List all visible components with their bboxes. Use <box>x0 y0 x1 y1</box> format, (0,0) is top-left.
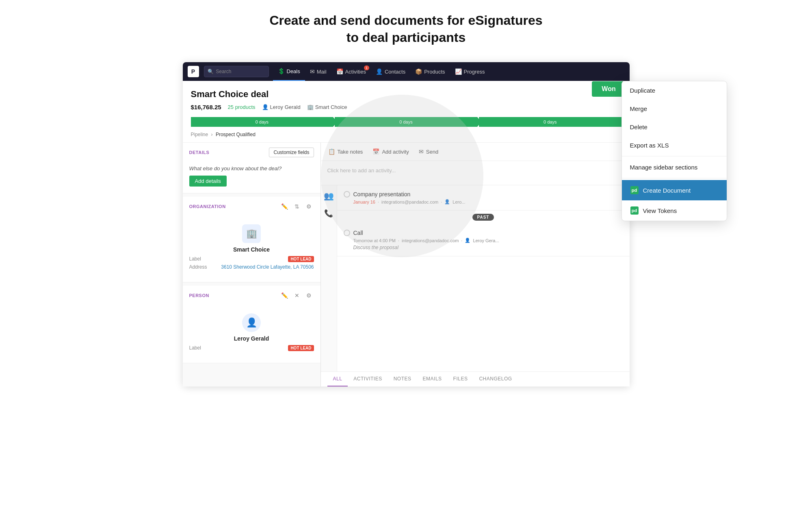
left-sidebar: DETAILS Customize fields What else do yo… <box>183 143 321 386</box>
dropdown-divider-2 <box>622 178 727 178</box>
dropdown-item-export[interactable]: Export as XLS <box>622 136 727 154</box>
settings-person-button[interactable]: ⚙ <box>304 291 314 300</box>
dropdown-item-merge[interactable]: Merge <box>622 100 727 118</box>
activities-area: 👥 📞 Company presentation January 16 · in… <box>321 185 630 371</box>
activity-title-1: Company presentation <box>353 191 411 198</box>
details-body: What else do you know about the deal? Ad… <box>183 162 320 193</box>
tab-notes[interactable]: NOTES <box>388 372 417 386</box>
org-name: Smart Choice <box>233 246 270 253</box>
search-icon: 🔍 <box>208 69 214 74</box>
organization-section-header: ORGANIZATION ✏️ ⇅ ⚙ <box>183 197 320 216</box>
person-icon-2: 👤 <box>465 238 470 243</box>
nav-item-mail[interactable]: ✉ Mail <box>305 62 331 81</box>
activity-meta-2: Tomorrow at 4:00 PM · integrations@panda… <box>353 238 623 243</box>
settings-org-button[interactable]: ⚙ <box>304 202 314 211</box>
add-details-button[interactable]: Add details <box>189 176 227 187</box>
nav-item-contacts[interactable]: 👤 Contacts <box>371 62 410 81</box>
deal-meta: $16,768.25 25 products 👤 Leroy Gerald 🏢 … <box>191 104 621 111</box>
person-card: 👤 Leroy Gerald Label HOT LEAD <box>189 308 314 356</box>
nav-item-progress[interactable]: 📈 Progress <box>450 62 490 81</box>
person-label-key: Label <box>189 345 218 351</box>
participants-button[interactable]: 👥 <box>320 189 337 202</box>
dropdown-item-view-tokens[interactable]: pd View Tokens <box>622 200 727 221</box>
org-label-value: HOT LEAD <box>218 256 314 262</box>
tab-files[interactable]: FILES <box>448 372 474 386</box>
search-bar[interactable]: 🔍 Search <box>204 66 269 77</box>
nav-label-progress: Progress <box>464 69 485 75</box>
activity-date-1: January 16 <box>353 200 375 204</box>
deal-person-name: Leroy Gerald <box>270 104 301 110</box>
nav-label-mail: Mail <box>317 69 327 75</box>
nav-item-activities[interactable]: 📅 Activities 1 <box>331 62 371 81</box>
dropdown-item-manage-sidebar[interactable]: Manage sidebar sections <box>622 158 727 176</box>
activity-checkbox-2[interactable] <box>344 230 350 236</box>
tab-emails[interactable]: EMAILS <box>417 372 448 386</box>
deal-org-name: Smart Choice <box>315 104 347 110</box>
merge-label: Merge <box>630 105 647 112</box>
details-section-header: DETAILS Customize fields <box>183 143 320 162</box>
nav-label-products: Products <box>424 69 445 75</box>
nav-logo: P <box>188 66 199 77</box>
reorder-org-button[interactable]: ⇅ <box>292 202 302 211</box>
activity-person-2: Leroy Gera... <box>473 238 499 243</box>
dropdown-item-duplicate[interactable]: Duplicate <box>622 81 727 100</box>
edit-person-button[interactable]: ✏️ <box>280 291 290 300</box>
activity-person-1: Lero... <box>453 200 465 204</box>
list-item: Company presentation January 16 · integr… <box>337 185 630 211</box>
send-button[interactable]: ✉ Send <box>418 147 439 156</box>
dropdown-item-delete[interactable]: Delete <box>622 118 727 136</box>
breadcrumb: Pipeline › Prospect Qualified <box>191 132 621 137</box>
details-field-prompt: What else do you know about the deal? <box>189 165 314 172</box>
person-avatar: 👤 <box>242 313 261 332</box>
person-icon: 👤 <box>262 104 269 110</box>
deal-person: 👤 Leroy Gerald <box>262 104 301 110</box>
activity-hint[interactable]: Click here to add an activity... <box>321 161 630 185</box>
take-notes-button[interactable]: 📋 Take notes <box>327 147 364 156</box>
add-activity-button[interactable]: 📅 Add activity <box>372 147 409 156</box>
tab-changelog[interactable]: CHANGELOG <box>473 372 518 386</box>
phone-button[interactable]: 📞 <box>321 207 336 219</box>
activities-icon: 📅 <box>336 68 343 75</box>
tab-activities[interactable]: ACTIVITIES <box>348 372 388 386</box>
nav-label-deals: Deals <box>287 68 300 74</box>
create-document-label: Create Document <box>643 187 691 194</box>
nav-item-products[interactable]: 📦 Products <box>410 62 450 81</box>
activity-date-2: Tomorrow at 4:00 PM <box>353 238 396 243</box>
person-name: Leroy Gerald <box>234 335 269 342</box>
won-button[interactable]: Won <box>592 81 625 97</box>
nav-item-deals[interactable]: 💲 Deals <box>273 62 305 81</box>
org-section-actions: ✏️ ⇅ ⚙ <box>280 202 314 211</box>
deal-products-link[interactable]: 25 products <box>228 104 256 110</box>
main-content: DETAILS Customize fields What else do yo… <box>183 143 630 386</box>
person-icon-1: 👤 <box>444 199 450 204</box>
dropdown-item-create-document[interactable]: pd Create Document <box>622 180 727 200</box>
customize-fields-button[interactable]: Customize fields <box>269 148 314 157</box>
manage-sidebar-label: Manage sidebar sections <box>630 164 698 171</box>
progress-segment-1: 0 days <box>191 117 333 127</box>
top-nav: P 🔍 Search 💲 Deals ✉ Mail 📅 Activities 1… <box>183 62 630 81</box>
org-body: 🏢 Smart Choice Label HOT LEAD Address 36… <box>183 216 320 282</box>
send-icon: ✉ <box>419 148 424 155</box>
person-hot-lead-badge: HOT LEAD <box>288 345 314 351</box>
deal-header: Smart Choice deal $16,768.25 25 products… <box>183 81 630 143</box>
org-label-row: Label HOT LEAD <box>189 256 314 262</box>
delete-person-button[interactable]: ✕ <box>292 291 302 300</box>
activity-email-1: integrations@pandadoc.com <box>381 200 438 204</box>
person-section-actions: ✏️ ✕ ⚙ <box>280 291 314 300</box>
delete-label: Delete <box>630 124 647 130</box>
edit-org-button[interactable]: ✏️ <box>280 202 290 211</box>
activity-dot2-2: · <box>461 238 462 243</box>
products-icon: 📦 <box>415 68 422 75</box>
screenshot-container: P 🔍 Search 💲 Deals ✉ Mail 📅 Activities 1… <box>183 62 630 386</box>
person-label-row: Label HOT LEAD <box>189 345 314 351</box>
progress-segment-3: 0 days <box>479 117 621 127</box>
org-hot-lead-badge: HOT LEAD <box>288 256 314 262</box>
deal-org: 🏢 Smart Choice <box>307 104 347 110</box>
activity-toolbar: 📋 Take notes 📅 Add activity ✉ Send <box>321 143 630 161</box>
breadcrumb-pipeline: Pipeline <box>191 132 208 137</box>
deals-icon: 💲 <box>278 68 285 74</box>
tab-all[interactable]: ALL <box>327 372 348 386</box>
activity-checkbox-1[interactable] <box>344 191 350 198</box>
org-address-value[interactable]: 3610 Sherwood Circle Lafayette, LA 70506 <box>218 264 314 270</box>
activity-meta-1: January 16 · integrations@pandadoc.com ·… <box>353 199 623 204</box>
